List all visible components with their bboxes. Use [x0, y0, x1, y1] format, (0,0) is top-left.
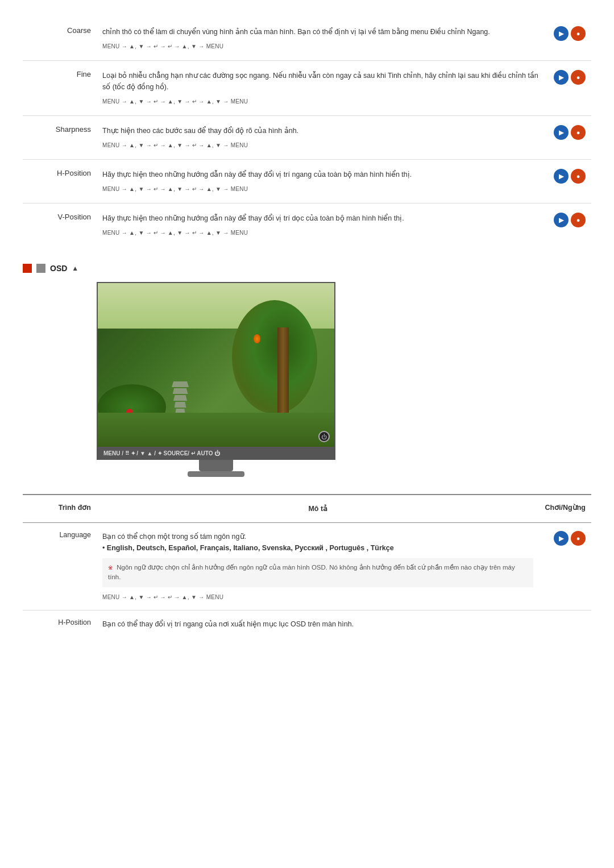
row-desc-vposition: Hãy thực hiện theo những hướng dẫn này đ… — [97, 203, 546, 247]
settings-table: Coarse chỉnh thô có thể làm di chuyển vù… — [23, 17, 591, 247]
osd-box-red — [23, 264, 32, 273]
osd-header-col1: Trình đơn — [23, 495, 97, 523]
nav-prev-icon[interactable]: ▶ — [554, 70, 569, 85]
nav-prev-icon[interactable]: ▶ — [554, 26, 569, 41]
osd-header-col3: Chơi/Ngừng — [539, 495, 591, 523]
nav-next-icon[interactable]: ● — [571, 125, 586, 140]
nav-prev-icon[interactable]: ▶ — [554, 213, 569, 227]
osd-row-label-hposition: H-Position — [23, 610, 97, 638]
monitor-screen: ⏻ — [97, 282, 335, 447]
row-label-sharpness: Sharpness — [23, 116, 97, 160]
osd-row-icons-hposition — [539, 610, 591, 638]
power-button-overlay: ⏻ — [318, 431, 330, 442]
menu-path-sharpness: MENU → ▲, ▼ → ↵ → ▲, ▼ → ↵ → ▲, ▼ → MENU — [102, 141, 540, 150]
row-desc-sharpness: Thực hiện theo các bước sau để thay đổi … — [97, 116, 546, 160]
nav-next-icon[interactable]: ● — [571, 70, 586, 85]
language-note: ※ Ngôn ngữ được chọn chỉ ảnh hưởng đến n… — [102, 558, 533, 587]
row-icons-hposition: ▶ ● — [546, 160, 591, 203]
row-desc-hposition: Hãy thực hiện theo những hướng dẫn này đ… — [97, 160, 546, 203]
row-label-coarse: Coarse — [23, 17, 97, 61]
lantern — [254, 334, 260, 343]
nav-prev-icon[interactable]: ▶ — [554, 125, 569, 140]
nav-icons: ▶ ● — [554, 26, 586, 41]
monitor-controls-label: MENU / ⠿ ✦ / ▼ ▲ / ✦ SOURCE/ ↵ AUTO ⏻ — [103, 450, 220, 456]
nav-icons: ▶ ● — [554, 169, 586, 184]
osd-row-desc-language: Bạn có thể chọn một trong số tám ngôn ng… — [97, 523, 539, 610]
nav-next-icon-language[interactable]: ● — [571, 531, 586, 546]
menu-path-hposition: MENU → ▲, ▼ → ↵ → ▲, ▼ → ↵ → ▲, ▼ → MENU — [102, 185, 540, 194]
osd-menu-path-language: MENU → ▲, ▼ → ↵ → ↵ → ▲, ▼ → MENU — [102, 593, 533, 602]
nav-icons: ▶ ● — [554, 125, 586, 140]
menu-path-vposition: MENU → ▲, ▼ → ↵ → ▲, ▼ → ↵ → ▲, ▼ → MENU — [102, 229, 540, 238]
tree-leaves — [232, 300, 317, 414]
row-label-vposition: V-Position — [23, 203, 97, 247]
osd-section-header: OSD ▲ — [23, 264, 591, 273]
table-row: Coarse chỉnh thô có thể làm di chuyển vù… — [23, 17, 591, 61]
table-row: Fine Loại bỏ nhiễu chẳng hạn như các đườ… — [23, 61, 591, 116]
nav-icons-language: ▶ ● — [554, 531, 586, 546]
osd-row-label-language: Language — [23, 523, 97, 610]
pagoda — [172, 381, 189, 416]
monitor-image-container: ⏻ MENU / ⠿ ✦ / ▼ ▲ / ✦ SOURCE/ ↵ AUTO ⏻ — [97, 282, 335, 477]
monitor-stand — [199, 460, 233, 471]
osd-table-row-hposition: H-Position Bạn có thể thay đổi vị trí ng… — [23, 610, 591, 638]
menu-path-coarse: MENU → ▲, ▼ → ↵ → ↵ → ▲, ▼ → MENU — [102, 42, 540, 51]
osd-table-header-row: Trình đơn Mô tả Chơi/Ngừng — [23, 495, 591, 523]
monitor-bezel: MENU / ⠿ ✦ / ▼ ▲ / ✦ SOURCE/ ↵ AUTO ⏻ — [97, 447, 335, 460]
tree-trunk — [277, 327, 289, 418]
osd-row-icons-language: ▶ ● — [539, 523, 591, 610]
menu-path-fine: MENU → ▲, ▼ → ↵ → ▲, ▼ → ↵ → ▲, ▼ → MENU — [102, 97, 540, 106]
row-label-hposition: H-Position — [23, 160, 97, 203]
nav-prev-icon[interactable]: ▶ — [554, 169, 569, 184]
garden-ground — [98, 413, 334, 447]
osd-triangle-icon: ▲ — [72, 264, 78, 272]
row-icons-sharpness: ▶ ● — [546, 116, 591, 160]
row-label-fine: Fine — [23, 61, 97, 116]
osd-header-col2: Mô tả — [97, 495, 539, 523]
nav-next-icon[interactable]: ● — [571, 213, 586, 227]
row-icons-coarse: ▶ ● — [546, 17, 591, 61]
osd-settings-table: Trình đơn Mô tả Chơi/Ngừng Language Bạn … — [23, 494, 591, 638]
table-row: V-Position Hãy thực hiện theo những hướn… — [23, 203, 591, 247]
osd-label: OSD — [50, 264, 67, 273]
note-marker-icon: ※ — [108, 564, 113, 571]
row-icons-vposition: ▶ ● — [546, 203, 591, 247]
nav-icons: ▶ ● — [554, 213, 586, 227]
osd-row-desc-hposition: Bạn có thể thay đổi vị trí ngang của nơi… — [97, 610, 539, 638]
nav-next-icon[interactable]: ● — [571, 169, 586, 184]
nav-prev-icon-language[interactable]: ▶ — [554, 531, 569, 546]
monitor-base — [188, 471, 244, 477]
nav-next-icon[interactable]: ● — [571, 26, 586, 41]
row-desc-coarse: chỉnh thô có thể làm di chuyển vùng hình… — [97, 17, 546, 61]
osd-table-row-language: Language Bạn có thể chọn một trong số tá… — [23, 523, 591, 610]
language-options: English, Deutsch, Español, Français, Ita… — [107, 544, 394, 552]
language-list: English, Deutsch, Español, Français, Ita… — [102, 542, 533, 554]
osd-box-gray — [36, 264, 45, 273]
table-row: Sharpness Thực hiện theo các bước sau để… — [23, 116, 591, 160]
nav-icons: ▶ ● — [554, 70, 586, 85]
row-desc-fine: Loại bỏ nhiễu chẳng hạn như các đường sọ… — [97, 61, 546, 116]
row-icons-fine: ▶ ● — [546, 61, 591, 116]
table-row: H-Position Hãy thực hiện theo những hướn… — [23, 160, 591, 203]
